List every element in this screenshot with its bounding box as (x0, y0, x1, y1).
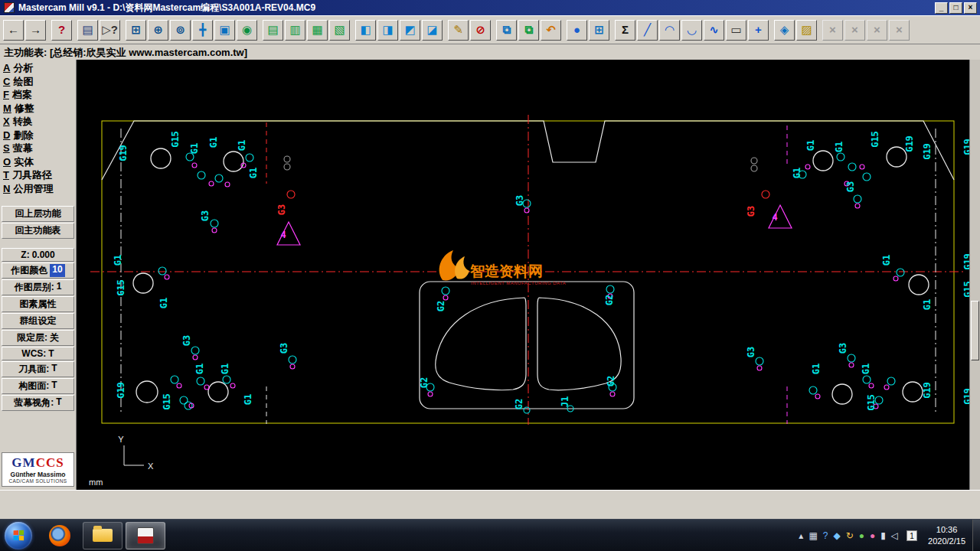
status-row-6[interactable]: WCS:T (2, 347, 74, 360)
menu-item-C[interactable]: C绘图 (0, 75, 76, 89)
drawing-canvas[interactable]: G19G15G1G1G1G1G3G3G3G3G1G1G1G15G19G3G19G… (77, 60, 969, 490)
menu-item-X[interactable]: X转换 (0, 115, 76, 129)
taskbar-mastercam-button[interactable] (126, 522, 165, 549)
disabled-tool-4-icon[interactable]: × (889, 20, 910, 41)
cplane-side-icon[interactable]: ◩ (400, 20, 420, 41)
close-button[interactable]: × (964, 2, 977, 14)
drill-hole (223, 376, 230, 383)
start-button[interactable] (5, 522, 32, 549)
taskbar-firefox-button[interactable] (40, 522, 80, 549)
show-desktop-button[interactable] (972, 520, 980, 551)
app-green-icon[interactable]: ● (859, 531, 864, 540)
back-up-menu-button[interactable]: 回上层功能 (2, 206, 74, 222)
scrollbar-thumb[interactable] (971, 301, 979, 361)
messenger-icon[interactable]: ? (823, 531, 828, 540)
cplane-top-icon[interactable]: ◧ (355, 20, 376, 41)
maximize-button[interactable]: □ (949, 2, 962, 14)
line-tool-icon[interactable]: ╱ (637, 20, 658, 41)
back-arrow-icon[interactable]: ← (3, 20, 24, 41)
screen-grid-icon[interactable]: ⊞ (589, 20, 609, 41)
menu-item-T[interactable]: T刀具路径 (0, 168, 76, 182)
undo-icon[interactable]: ↶ (541, 20, 561, 41)
show-hidden-icons-icon[interactable]: ▴ (799, 531, 803, 540)
drill-hole (884, 385, 889, 390)
status-row-7[interactable]: 刀具面:T (2, 361, 74, 377)
status-row-9[interactable]: 萤幕视角:T (2, 395, 74, 411)
copy-screen-icon[interactable]: ⧉ (496, 20, 517, 41)
language-badge[interactable]: 1 (906, 530, 917, 541)
cplane-3d-icon[interactable]: ◪ (422, 20, 443, 41)
fillet-tool-icon[interactable]: ◡ (681, 20, 702, 41)
sync-icon[interactable]: ↻ (846, 531, 854, 540)
gview-side-icon[interactable]: ▦ (307, 20, 328, 41)
analyze-icon[interactable]: ▷? (100, 20, 120, 41)
status-row-8[interactable]: 构图面:T (2, 378, 74, 394)
forward-arrow-icon[interactable]: → (25, 20, 46, 41)
app-pink-icon[interactable]: ● (870, 531, 875, 540)
minimize-button[interactable]: _ (935, 2, 948, 14)
surface-tool-icon[interactable]: ◈ (774, 20, 795, 41)
cad-label: G2 (604, 295, 615, 305)
gmccs-logo: GMCCS Günther Massimo CAD/CAM SOLUTIONS (2, 452, 74, 487)
status-row-3[interactable]: 图素属性 (2, 296, 74, 312)
status-row-2[interactable]: 作图层别:1 (2, 279, 74, 295)
zoom-window-icon[interactable]: ⊞ (126, 20, 146, 41)
cplane-front-icon[interactable]: ◨ (377, 20, 398, 41)
menu-item-S[interactable]: S萤幕 (0, 142, 76, 155)
volume-icon[interactable]: ◁ (891, 531, 898, 540)
drill-hole (610, 392, 615, 396)
pan-icon[interactable]: ╋ (192, 20, 213, 41)
vertical-scrollbar[interactable] (969, 60, 980, 490)
zoom-in-out-icon[interactable]: ⊚ (170, 20, 191, 41)
status-row-1[interactable]: 作图颜色10 (2, 262, 74, 279)
sketch-icon[interactable]: ✎ (448, 20, 469, 41)
drill-hole (849, 363, 854, 367)
status-row-4[interactable]: 群组设定 (2, 313, 74, 329)
watermark: 智造资料网 INTELLIGENT MANUFACTURING DATA (439, 250, 567, 285)
battery-icon[interactable]: ▮ (880, 531, 886, 540)
security-shield-icon[interactable]: ◆ (833, 531, 840, 540)
cad-label: G2 (419, 377, 430, 388)
gview-iso-icon[interactable]: ▧ (329, 20, 350, 41)
menu-item-N[interactable]: N公用管理 (0, 182, 76, 196)
cad-label: G19 (116, 382, 126, 399)
network-computers-icon[interactable]: ▦ (808, 531, 817, 540)
taskbar-explorer-button[interactable] (83, 522, 122, 549)
main-menu-button[interactable]: 回主功能表 (2, 223, 74, 239)
file-icon[interactable]: ▤ (77, 20, 98, 41)
status-row-0[interactable]: Z:0.000 (2, 248, 74, 262)
rectangle-tool-icon[interactable]: ▭ (726, 20, 746, 41)
disabled-tool-3-icon[interactable]: × (867, 20, 887, 41)
fit-screen-icon[interactable]: ▣ (214, 20, 235, 41)
mastercam-app-icon (4, 2, 15, 13)
drill-hole (815, 394, 820, 399)
menu-item-F[interactable]: F档案 (0, 88, 76, 102)
menu-item-M[interactable]: M修整 (0, 102, 76, 116)
delete-icon[interactable]: ⊘ (470, 20, 491, 41)
sigma-icon[interactable]: Σ (615, 20, 635, 41)
layers-folder-icon[interactable]: ▨ (796, 20, 817, 41)
taskbar-clock[interactable]: 10:36 2020/2/15 (921, 524, 972, 547)
disabled-tool-1-icon[interactable]: × (822, 20, 843, 41)
gview-top-icon[interactable]: ▤ (263, 20, 283, 41)
menu-item-O[interactable]: O实体 (0, 155, 76, 169)
paste-screen-icon[interactable]: ⧉ (518, 20, 539, 41)
cad-label: G19 (118, 145, 129, 161)
unzoom-icon[interactable]: ◉ (237, 20, 257, 41)
menu-item-D[interactable]: D删除 (0, 129, 76, 142)
drill-hole (443, 295, 448, 300)
drill-hole (284, 164, 290, 170)
help-icon[interactable]: ? (51, 20, 72, 41)
menu-item-A[interactable]: A分析 (0, 61, 76, 75)
arc-tool-icon[interactable]: ◠ (659, 20, 680, 41)
status-row-5[interactable]: 限定层:关 (2, 330, 74, 346)
zoom-target-icon[interactable]: ⊕ (148, 20, 168, 41)
disabled-tool-2-icon[interactable]: × (844, 20, 865, 41)
shade-sphere-icon[interactable]: ● (567, 20, 587, 41)
cad-label: G1 (243, 394, 253, 405)
point-tool-icon[interactable]: + (748, 20, 769, 41)
cad-label: G3 (838, 343, 848, 354)
drill-hole (756, 357, 763, 365)
spline-tool-icon[interactable]: ∿ (704, 20, 724, 41)
gview-front-icon[interactable]: ▥ (285, 20, 305, 41)
